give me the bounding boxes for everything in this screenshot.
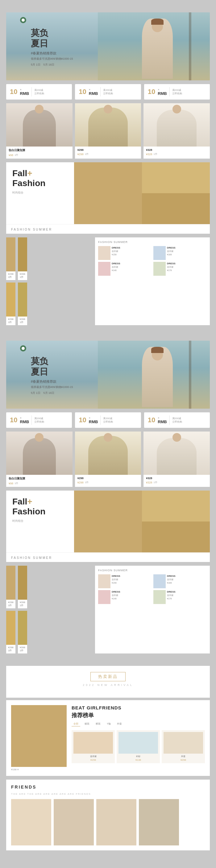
beat-prod-img-1 (73, 732, 113, 754)
product-card-3[interactable]: ¥328 ¥328 1件 (143, 103, 210, 159)
right-item-4[interactable]: DRESS 连衣裙 ¥178 (153, 262, 207, 276)
fall-block-bl-1 (142, 193, 210, 224)
bottom-product-2[interactable]: ¥398 1件 (18, 238, 27, 280)
hero-date2: 5月 16日 (43, 63, 55, 66)
bottom-grid-left-2: ¥298 1件 ¥398 1件 ¥298 1件 (6, 566, 93, 653)
product-name-3: ¥328 (146, 148, 207, 152)
discount-card-2-3[interactable]: 10 × RMB 满200减 立即抢购 (144, 412, 210, 428)
filter-tshirt[interactable]: T恤 (105, 721, 113, 726)
hero-banner-1: 莫负 夏日 #春夏热销推荐款 领券最多可优惠¥99/购物¥1000-15 5月 … (6, 12, 210, 81)
beat-product-1[interactable]: 连衣裙 ¥158 (72, 730, 115, 763)
item-details-4: DRESS 连衣裙 ¥178 (167, 262, 176, 272)
bottom-block-2 (18, 238, 27, 271)
bottom-count-2: 1件 (20, 275, 25, 279)
hero-date1-2: 5月 1日 (31, 391, 40, 395)
product-card-1[interactable]: 告白日聚划算 ¥98 1件 (6, 103, 73, 159)
hero-text-2: 莫负 夏日 #春夏热销推荐款 领券最多可优惠¥99/购物¥1000-15 5月 … (31, 356, 73, 395)
item-thumb-3 (98, 262, 110, 276)
discount-desc-1: 满200减 立即抢购 (34, 88, 44, 95)
bottom-product-1[interactable]: ¥298 1件 (6, 238, 15, 280)
fall-fashion-section-1: Fall+ Fashion 时尚组合 (6, 162, 210, 224)
beat-product-3[interactable]: 外套 ¥298 (162, 730, 205, 763)
right-item-1[interactable]: DRESS 连衣裙 ¥158 (98, 246, 151, 260)
discount-card-2[interactable]: 10 × RMB 满200减 立即抢购 (75, 84, 141, 99)
hero-pillar-2 (189, 341, 191, 409)
right-item-2-2[interactable]: DRESS 连衣裙 ¥168 (153, 574, 207, 588)
hero-pillar (189, 12, 191, 81)
friends-products (11, 799, 205, 845)
right-item-2-1[interactable]: DRESS 连衣裙 ¥158 (98, 574, 151, 588)
bottom-grid-left-1: ¥298 1件 ¥398 1件 ¥298 1件 (6, 238, 93, 325)
beat-product-2[interactable]: 衬衫 ¥138 (117, 730, 160, 763)
section-gap-3 (0, 776, 216, 780)
bottom-product-2-3[interactable]: ¥298 1件 (6, 611, 15, 653)
friend-item-1[interactable] (11, 799, 51, 845)
product-price-row-1: ¥98 1件 (9, 153, 70, 157)
filter-pants[interactable]: 裤装 (94, 721, 102, 726)
discount-card-1[interactable]: 10 × RMB 满200减 立即抢购 (6, 84, 72, 99)
product-image-3 (143, 103, 210, 147)
bottom-product-2-4[interactable]: ¥398 1件 (18, 611, 27, 653)
bottom-product-4[interactable]: ¥398 1件 (18, 282, 27, 325)
discount-card-2-2[interactable]: 10 × RMB 满200减 立即抢购 (75, 412, 141, 428)
fall-block-tall-2 (74, 491, 142, 552)
discount-card-2-1[interactable]: 10 × RMB 满200减 立即抢购 (6, 412, 72, 428)
hot-subtitle: 2022 NEW ARRIVAL (11, 683, 205, 686)
bottom-info-4: ¥398 1件 (18, 316, 27, 325)
discount-desc-2: 满200减 立即抢购 (103, 88, 113, 95)
product-count-2: 1件 (85, 152, 88, 156)
fall-fashion-left-1: Fall+ Fashion 时尚组合 (6, 162, 74, 224)
bottom-product-3[interactable]: ¥298 1件 (6, 282, 15, 325)
bottom-pair-bottom-1: ¥298 1件 ¥398 1件 (6, 282, 93, 325)
discount-label-2-1: × RMB (20, 416, 29, 424)
beat-section: ¥168 ¥ BEAT GIRLFRIENDS 推荐榜单 全部 裙装 裤装 T恤… (6, 700, 210, 776)
friends-title: FRIENDS (11, 784, 205, 789)
section-gap-large-2 (0, 653, 216, 666)
product-card-2-1[interactable]: 告白日聚划算 ¥98 1件 (6, 432, 73, 487)
bottom-count-1: 1件 (8, 275, 13, 279)
friend-item-4[interactable] (139, 799, 179, 845)
discount-label-3: × RMB (158, 88, 167, 96)
friend-item-3[interactable] (96, 799, 136, 845)
discount-number-2: 10 (79, 88, 86, 96)
hero-subtitle: 领券最多可优惠¥99/购物¥1000-15 (31, 57, 73, 61)
product-image-2-1 (6, 432, 73, 475)
product-grid-1: 告白日聚划算 ¥98 1件 ¥298 ¥298 1件 (6, 103, 210, 159)
bottom-gap (0, 850, 216, 857)
product-price-row-2: ¥298 1件 (77, 152, 139, 156)
discount-card-3[interactable]: 10 × RMB 满200减 立即抢购 (144, 84, 210, 99)
product-count-1: 1件 (14, 153, 18, 157)
friends-subtitle: THE ARE THE ARE ARE ARE ARE ARE FRIENDS (11, 793, 205, 795)
fall-title-1: Fall+ (12, 168, 68, 178)
filter-jacket[interactable]: 外套 (115, 721, 124, 726)
item-thumb-4 (153, 262, 166, 276)
product-card-2[interactable]: ¥298 ¥298 1件 (75, 103, 141, 159)
hero-model-figure-2 (142, 347, 173, 407)
fall-fashion-right-2 (74, 491, 210, 552)
fall-title-2a: Fall+ (12, 497, 68, 507)
right-item-2[interactable]: DRESS 连衣裙 ¥168 (153, 246, 207, 260)
beat-products: 连衣裙 ¥158 衬衫 ¥138 外套 ¥298 (72, 730, 205, 763)
friend-item-2[interactable] (54, 799, 94, 845)
product-price-2: ¥298 (77, 153, 84, 156)
right-panel-items-1: DRESS 连衣裙 ¥158 DRESS 连衣裙 ¥168 (98, 246, 207, 276)
bottom-product-2-1[interactable]: ¥298 1件 (6, 566, 15, 608)
fall-subtitle-2: 时尚组合 (12, 519, 68, 523)
right-panel-title-2: FASHION SUMMER (98, 569, 207, 572)
friends-section: FRIENDS THE ARE THE ARE ARE ARE ARE ARE … (6, 780, 210, 850)
product-image-1 (6, 103, 73, 147)
bottom-block-4 (18, 282, 27, 316)
filter-all[interactable]: 全部 (72, 721, 80, 726)
hero-banner-2: 莫负 夏日 #春夏热销推荐款 领券最多可优惠¥99/购物¥1000-15 5月 … (6, 341, 210, 409)
fashion-summer-label-1: FASHION SUMMER (11, 228, 52, 231)
right-item-2-4[interactable]: DRESS 连衣裙 ¥178 (153, 590, 207, 604)
hero-subtitle-2: 领券最多可优惠¥99/购物¥1000-15 (31, 385, 73, 389)
bottom-product-2-2[interactable]: ¥398 1件 (18, 566, 27, 608)
product-card-2-2[interactable]: ¥298 ¥298 1件 (75, 432, 141, 487)
bottom-pair-top-1: ¥298 1件 ¥398 1件 (6, 238, 93, 280)
filter-skirt[interactable]: 裙装 (83, 721, 91, 726)
right-item-2-3[interactable]: DRESS 连衣裙 ¥148 (98, 590, 151, 604)
product-name-2: ¥298 (77, 148, 139, 152)
right-item-3[interactable]: DRESS 连衣裙 ¥148 (98, 262, 151, 276)
product-card-2-3[interactable]: ¥328 ¥328 1件 (143, 432, 210, 487)
